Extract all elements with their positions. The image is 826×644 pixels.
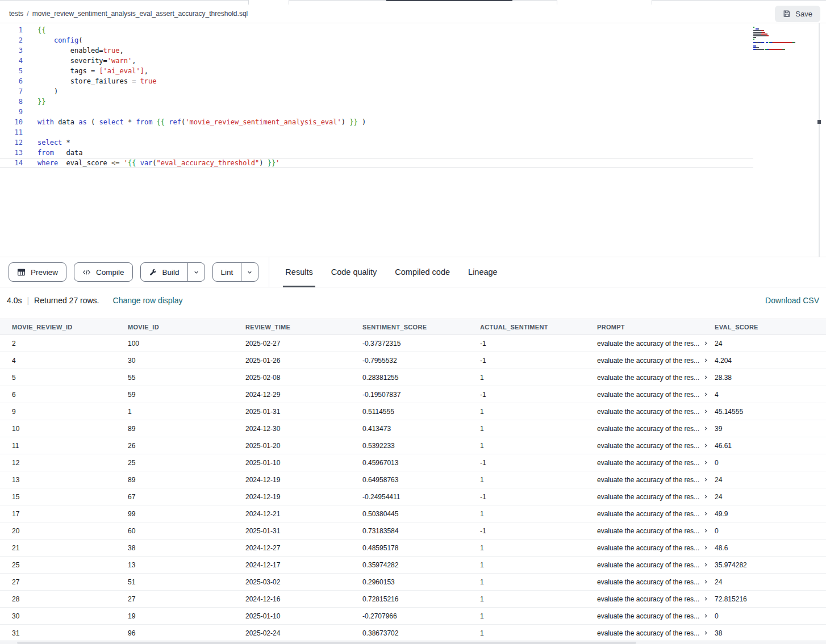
cell-prompt: evaluate the accuracy of the res... [597, 561, 715, 569]
save-button[interactable]: Save [775, 6, 820, 22]
line-content: enabled=true, [23, 45, 124, 56]
line-content: store_failures = true [23, 76, 157, 86]
code-line-2[interactable]: 2 config( [0, 35, 753, 45]
change-row-display-link[interactable]: Change row display [113, 296, 183, 305]
lint-button[interactable]: Lint [212, 262, 259, 282]
cell-movie-id: 67 [128, 493, 245, 501]
code-editor[interactable]: 1{{2 config(3 enabled=true,4 severity='w… [0, 23, 826, 257]
cell-sentiment-score: -0.19507837 [362, 391, 480, 399]
code-line-4[interactable]: 4 severity='warn', [0, 56, 753, 66]
expand-prompt-icon[interactable] [703, 477, 708, 482]
toolbar: PreviewCompileBuildLint ResultsCode qual… [0, 257, 826, 287]
line-number: 13 [0, 148, 23, 158]
expand-prompt-icon[interactable] [703, 511, 708, 516]
editor-scrollbar[interactable] [819, 23, 820, 257]
horizontal-scrollbar-thumb[interactable] [17, 642, 636, 644]
cell-sentiment-score: 0.38673702 [362, 629, 480, 637]
code-line-14[interactable]: 14where eval_score <= '{{ var("eval_accu… [0, 158, 753, 168]
cell-eval-score: 4 [715, 391, 826, 399]
line-content [23, 127, 37, 137]
cell-sentiment-score: -0.37372315 [362, 340, 480, 348]
cell-movie-review-id: 28 [12, 595, 128, 603]
tab-compiled-code[interactable]: Compiled code [386, 257, 459, 287]
cell-sentiment-score: 0.48595178 [362, 544, 480, 552]
expand-prompt-icon[interactable] [703, 528, 708, 533]
cell-prompt: evaluate the accuracy of the res... [597, 374, 715, 382]
column-header-prompt[interactable]: PROMPT [597, 324, 715, 331]
cell-movie-id: 96 [128, 629, 245, 637]
build-dropdown-toggle[interactable] [187, 263, 205, 281]
tab-results[interactable]: Results [276, 257, 322, 287]
column-header-review-time[interactable]: REVIEW_TIME [245, 324, 362, 331]
code-line-6[interactable]: 6 store_failures = true [0, 76, 753, 86]
line-number: 1 [0, 25, 23, 35]
cell-review-time: 2025-03-02 [245, 578, 362, 586]
results-table: MOVIE_REVIEW_IDMOVIE_IDREVIEW_TIMESENTIM… [0, 319, 826, 642]
cell-actual-sentiment: 1 [480, 442, 597, 450]
tab-lineage[interactable]: Lineage [459, 257, 507, 287]
breadcrumb-path[interactable]: tests [9, 10, 23, 18]
prompt-text: evaluate the accuracy of the res... [597, 629, 699, 637]
horizontal-scrollbar[interactable] [0, 641, 826, 644]
expand-prompt-icon[interactable] [703, 392, 708, 397]
code-line-9[interactable]: 9 [0, 107, 753, 117]
tab-code-quality[interactable]: Code quality [322, 257, 386, 287]
code-lines: 1{{2 config(3 enabled=true,4 severity='w… [0, 23, 826, 168]
code-line-8[interactable]: 8}} [0, 97, 753, 107]
cell-prompt: evaluate the accuracy of the res... [597, 425, 715, 433]
column-header-eval-score[interactable]: EVAL_SCORE [715, 324, 826, 331]
expand-prompt-icon[interactable] [703, 579, 708, 584]
scrollbar-handle[interactable] [817, 120, 821, 124]
expand-prompt-icon[interactable] [703, 358, 708, 363]
cell-review-time: 2024-12-29 [245, 391, 362, 399]
expand-prompt-icon[interactable] [703, 426, 708, 431]
cell-review-time: 2024-12-19 [245, 493, 362, 501]
expand-prompt-icon[interactable] [703, 545, 708, 550]
top-tab-strip [0, 0, 826, 5]
line-number: 4 [0, 56, 23, 66]
cell-prompt: evaluate the accuracy of the res... [597, 357, 715, 365]
cell-eval-score: 48.6 [715, 544, 826, 552]
tab-fragment [0, 0, 248, 1]
status-bar: 4.0s | Returned 27 rows. Change row disp… [0, 287, 826, 313]
expand-prompt-icon[interactable] [703, 494, 708, 499]
code-line-13[interactable]: 13from data [0, 148, 753, 158]
cell-review-time: 2024-12-19 [245, 476, 362, 484]
code-line-11[interactable]: 11 [0, 127, 753, 137]
column-header-movie-id[interactable]: MOVIE_ID [128, 324, 245, 331]
cell-actual-sentiment: 1 [480, 595, 597, 603]
expand-prompt-icon[interactable] [703, 409, 708, 414]
code-line-1[interactable]: 1{{ [0, 25, 753, 35]
cell-movie-id: 27 [128, 595, 245, 603]
lint-dropdown-toggle[interactable] [241, 263, 258, 281]
expand-prompt-icon[interactable] [703, 613, 708, 618]
code-line-3[interactable]: 3 enabled=true, [0, 45, 753, 56]
cell-movie-id: 25 [128, 459, 245, 467]
line-number: 6 [0, 76, 23, 86]
prompt-text: evaluate the accuracy of the res... [597, 357, 699, 365]
table-row: 15672024-12-19-0.24954411-1evaluate the … [0, 488, 826, 505]
expand-prompt-icon[interactable] [703, 443, 708, 448]
column-header-sentiment-score[interactable]: SENTIMENT_SCORE [362, 324, 480, 331]
code-line-7[interactable]: 7 ) [0, 86, 753, 97]
prompt-text: evaluate the accuracy of the res... [597, 510, 699, 518]
build-button[interactable]: Build [140, 262, 205, 282]
expand-prompt-icon[interactable] [703, 562, 708, 567]
code-line-5[interactable]: 5 tags = ['ai_eval'], [0, 66, 753, 76]
minimap[interactable] [753, 27, 817, 51]
expand-prompt-icon[interactable] [703, 375, 708, 380]
code-line-10[interactable]: 10with data as ( select * from {{ ref('m… [0, 117, 753, 127]
table-row: 10892024-12-300.4134731evaluate the accu… [0, 420, 826, 437]
expand-prompt-icon[interactable] [703, 341, 708, 346]
expand-prompt-icon[interactable] [703, 460, 708, 465]
download-csv-link[interactable]: Download CSV [765, 296, 819, 305]
expand-prompt-icon[interactable] [703, 630, 708, 635]
column-header-movie-review-id[interactable]: MOVIE_REVIEW_ID [12, 324, 128, 331]
cell-prompt: evaluate the accuracy of the res... [597, 527, 715, 535]
code-line-12[interactable]: 12select * [0, 137, 753, 148]
preview-button[interactable]: Preview [9, 262, 66, 282]
cell-movie-id: 99 [128, 510, 245, 518]
expand-prompt-icon[interactable] [703, 596, 708, 601]
compile-button[interactable]: Compile [74, 262, 133, 282]
column-header-actual-sentiment[interactable]: ACTUAL_SENTIMENT [480, 324, 597, 331]
